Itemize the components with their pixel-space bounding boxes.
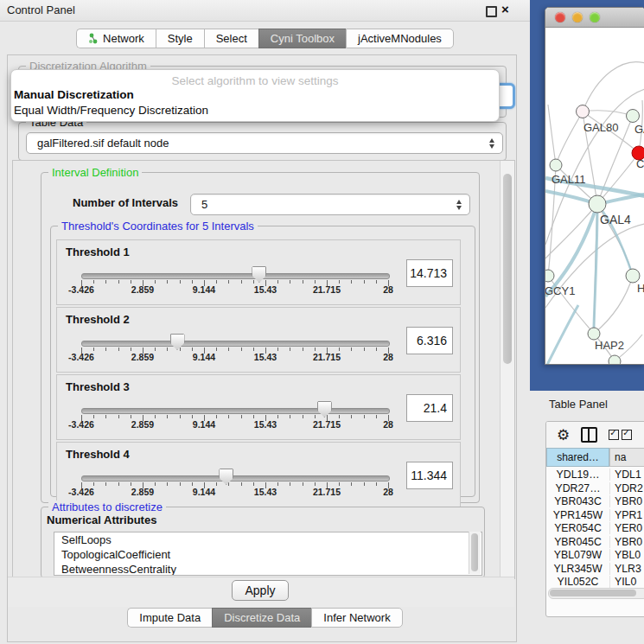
panel-title: Control Panel — [7, 3, 75, 16]
bottom-tab-bar: Impute DataDiscretize DataInfer Network — [0, 608, 530, 628]
settings-gear-icon[interactable]: ⚙ — [557, 428, 570, 443]
table-row[interactable]: YLR345WYLR3 — [546, 563, 644, 575]
threshold-value-field[interactable]: 21.4 — [406, 394, 453, 422]
attributes-scrollbar[interactable] — [469, 532, 481, 574]
column-header-2[interactable]: na — [609, 448, 644, 467]
table-data-combobox[interactable]: galFiltered.sif default node — [26, 132, 503, 154]
control-panel-window: Control Panel × NetworkStyleSelectCyni T… — [0, 0, 530, 644]
table-row[interactable]: YER054CYER0 — [546, 522, 644, 534]
top-tab-bar: NetworkStyleSelectCyni ToolboxjActiveMNo… — [0, 29, 530, 48]
number-of-intervals-label: Number of Intervals — [73, 196, 178, 209]
threshold-label: Threshold 1 — [66, 245, 130, 258]
slider-thumb[interactable] — [219, 469, 233, 485]
threshold-label: Threshold 2 — [66, 313, 130, 326]
control-panel-titlebar: Control Panel × — [0, 0, 530, 22]
network-view-window: GAL80GALCGAL11GAL4GCY1HHAP2 — [545, 7, 644, 365]
combo-stepper-icon — [486, 138, 498, 149]
tab-network[interactable]: Network — [76, 29, 156, 48]
node-label: GCY1 — [545, 284, 575, 297]
interval-definition-title: Interval Definition — [48, 166, 142, 179]
mac-zoom-button[interactable] — [590, 12, 600, 22]
slider-thumb[interactable] — [252, 266, 266, 283]
network-node-hap2[interactable] — [588, 328, 600, 340]
attribute-list-item[interactable]: BetweennessCentrality — [54, 562, 481, 576]
node-label: C — [636, 157, 644, 170]
tab-impute-data[interactable]: Impute Data — [127, 608, 212, 628]
threshold-3-panel: Threshold 3-3.4262.8599.14415.4321.71528… — [56, 374, 461, 440]
slider-thumb[interactable] — [317, 401, 332, 418]
slider-thumb[interactable] — [170, 334, 185, 350]
mac-close-button[interactable] — [555, 12, 565, 22]
slider-track[interactable] — [81, 408, 390, 414]
threshold-label: Threshold 4 — [66, 448, 130, 461]
float-window-icon[interactable] — [486, 6, 497, 17]
table-row[interactable]: YIL052CYIL0 — [546, 576, 644, 588]
node-label: H — [637, 282, 644, 295]
network-node-gcy1[interactable] — [545, 270, 554, 282]
attribute-list-item[interactable]: SelfLoops — [54, 532, 481, 547]
network-icon — [88, 33, 99, 44]
node-label: GAL — [634, 123, 644, 136]
popup-placeholder-option[interactable]: Select algorithm to view settings — [11, 74, 499, 87]
table-row[interactable]: YPR145WYPR1 — [546, 509, 644, 521]
network-node[interactable] — [609, 355, 621, 364]
threshold-label: Threshold 3 — [66, 380, 130, 393]
threshold-4-panel: Threshold 4-3.4262.8599.14415.4321.71528… — [56, 442, 461, 507]
popup-option-manual-discretization[interactable]: Manual Discretization — [14, 88, 134, 101]
apply-button[interactable]: Apply — [232, 580, 289, 601]
threshold-value-field[interactable]: 14.713 — [406, 259, 453, 287]
node-label: GAL80 — [583, 121, 618, 134]
thresholds-group-title: Threshold's Coordinates for 5 Intervals — [58, 220, 258, 233]
table-panel: Table Panel ⚙ shared…na YDL19…YDL1YDR27…… — [530, 391, 644, 644]
tab-style[interactable]: Style — [156, 29, 204, 48]
network-node-gal4[interactable] — [589, 195, 606, 213]
tab-infer-network[interactable]: Infer Network — [311, 608, 402, 628]
slider-track[interactable] — [81, 475, 390, 481]
close-icon[interactable]: × — [501, 2, 509, 16]
numerical-attributes-label: Numerical Attributes — [47, 513, 156, 526]
tab-cyni-toolbox[interactable]: Cyni Toolbox — [258, 29, 346, 48]
column-checkboxes-icon[interactable] — [609, 430, 632, 440]
combo-stepper-icon — [453, 200, 465, 210]
node-label: GAL4 — [600, 213, 631, 226]
slider-track[interactable] — [81, 341, 390, 347]
split-columns-icon[interactable] — [581, 427, 597, 443]
node-label: HAP2 — [595, 339, 624, 352]
tab-select[interactable]: Select — [204, 29, 258, 48]
algorithm-dropdown-popup: Select algorithm to view settings Manual… — [10, 69, 500, 122]
number-of-intervals-value: 5 — [191, 198, 453, 211]
slider-track[interactable] — [81, 273, 390, 279]
popup-option-equal-width-frequency[interactable]: Equal Width/Frequency Discretization — [14, 104, 208, 117]
network-window-titlebar[interactable] — [545, 8, 644, 28]
threshold-1-panel: Threshold 1-3.4262.8599.14415.4321.71528… — [56, 239, 461, 305]
tab-jactivemnodules[interactable]: jActiveMNodules — [346, 29, 454, 48]
network-node-gal[interactable] — [627, 110, 640, 123]
node-label: GAL11 — [552, 173, 586, 186]
table-row[interactable]: YDR27…YDR2 — [546, 482, 644, 494]
mac-minimize-button[interactable] — [572, 12, 583, 22]
attributes-group-title: Attributes to discretize — [48, 501, 166, 513]
attributes-group: Attributes to discretize Numerical Attri… — [41, 507, 485, 578]
table-row[interactable]: YDL19…YDL1 — [546, 469, 644, 481]
column-header-1[interactable]: shared… — [546, 448, 609, 467]
network-graph-canvas[interactable]: GAL80GALCGAL11GAL4GCY1HHAP2 — [545, 27, 644, 364]
table-horizontal-scrollbar[interactable] — [548, 588, 644, 599]
table-row[interactable]: YBR043CYBR0 — [546, 495, 644, 507]
table-data-value: galFiltered.sif default node — [27, 137, 486, 150]
settings-scroll-area: Interval Definition Number of Intervals … — [12, 160, 515, 579]
table-row[interactable]: YBL079WYBL0 — [546, 549, 644, 561]
network-node-gal11[interactable] — [550, 159, 562, 171]
tab-discretize-data[interactable]: Discretize Data — [212, 608, 311, 628]
numerical-attributes-list[interactable]: SelfLoopsTopologicalCoefficientBetweenne… — [54, 532, 482, 576]
attribute-list-item[interactable]: TopologicalCoefficient — [54, 547, 481, 562]
main-vertical-scrollbar[interactable] — [500, 161, 514, 578]
table-row[interactable]: YBR045CYBR0 — [546, 536, 644, 548]
threshold-value-field[interactable]: 11.344 — [406, 462, 453, 489]
network-node-h[interactable] — [626, 269, 640, 283]
threshold-value-field[interactable]: 6.316 — [406, 327, 453, 354]
table-panel-title: Table Panel — [549, 398, 608, 411]
table-header-row: shared…na — [546, 448, 644, 467]
number-of-intervals-combobox[interactable]: 5 — [190, 194, 470, 215]
table-toolbar: ⚙ — [546, 422, 644, 448]
network-node-gal80[interactable] — [577, 105, 590, 118]
